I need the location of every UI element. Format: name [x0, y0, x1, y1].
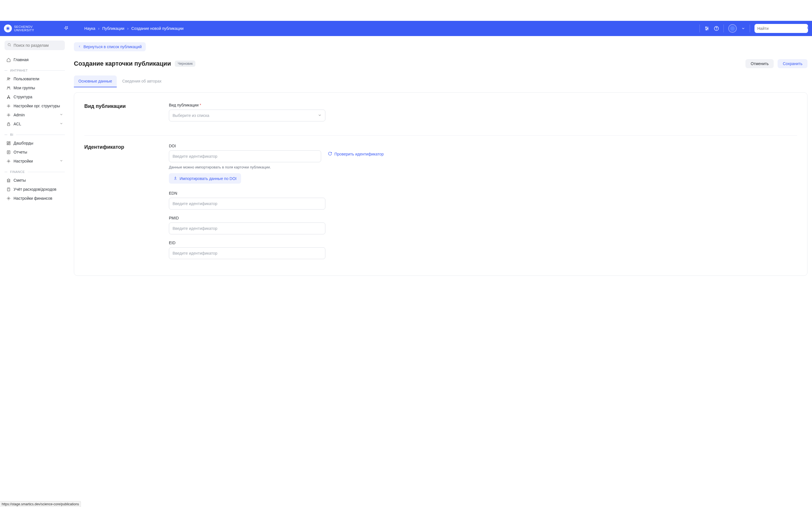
- group-icon: [6, 86, 11, 90]
- divider: [700, 24, 700, 33]
- sidebar-item-label: Сметы: [13, 178, 26, 182]
- sidebar-item[interactable]: Структура: [4, 93, 65, 101]
- form-card: Вид публикации Вид публикации * Выберите…: [74, 93, 808, 276]
- home-icon: [6, 58, 11, 62]
- app-header: SECHENOV UNIVERSITY Наука › Публикации ›…: [0, 21, 812, 36]
- chevron-right-icon: ›: [127, 26, 129, 31]
- status-bar-url: https://stage.smartics.dev/science-core/…: [0, 501, 81, 507]
- lock-icon: [6, 122, 11, 126]
- search-icon: [7, 43, 11, 48]
- svg-point-3: [707, 28, 708, 29]
- global-search-input[interactable]: [757, 26, 807, 31]
- svg-point-10: [9, 78, 10, 79]
- tab-authors[interactable]: Сведения об авторах: [118, 75, 166, 87]
- page-title: Создание карточки публикации: [74, 60, 171, 67]
- svg-rect-25: [7, 187, 10, 191]
- sidebar: Главная ИНТРАНЕТПользователиМои группыСт…: [0, 36, 69, 507]
- chevron-left-icon: [78, 45, 81, 49]
- sidebar-section-header: BI: [4, 133, 65, 136]
- breadcrumb-link[interactable]: Наука: [84, 26, 95, 31]
- pmid-label: PMID: [169, 216, 392, 220]
- doi-input[interactable]: [172, 154, 317, 159]
- sidebar-item-label: Настройки орг. структуры: [13, 104, 60, 108]
- svg-point-13: [8, 95, 9, 96]
- sidebar-item[interactable]: Отчеты: [4, 148, 65, 157]
- report-icon: [6, 150, 11, 154]
- doi-label: DOI: [169, 144, 321, 148]
- back-button[interactable]: Вернуться в список публикаций: [74, 42, 146, 51]
- logo-text: SECHENOV UNIVERSITY: [14, 25, 34, 32]
- svg-point-15: [9, 98, 10, 99]
- sidebar-item[interactable]: Настройки орг. структуры: [4, 101, 65, 110]
- sidebar-item-label: Admin: [13, 113, 25, 117]
- edn-input[interactable]: [172, 202, 322, 206]
- save-button[interactable]: Сохранить: [777, 59, 808, 68]
- tab-main-data[interactable]: Основные данные: [74, 75, 117, 87]
- sidebar-item-label: Мои группы: [13, 86, 35, 90]
- chevron-down-icon[interactable]: [741, 26, 745, 31]
- search-icon[interactable]: [807, 25, 811, 31]
- svg-point-9: [7, 77, 9, 79]
- doi-input-wrap: [169, 151, 321, 162]
- sidebar-item[interactable]: Настройки финансов: [4, 194, 65, 203]
- status-badge: Черновик: [175, 61, 195, 67]
- svg-point-14: [7, 98, 8, 99]
- type-field-label: Вид публикации *: [169, 103, 392, 107]
- svg-point-24: [8, 161, 9, 162]
- help-icon[interactable]: [714, 26, 719, 31]
- main-content: Вернуться в список публикаций Создание к…: [69, 36, 812, 507]
- sidebar-search[interactable]: [4, 41, 65, 50]
- sidebar-item[interactable]: Учёт расходов/доходов: [4, 185, 65, 194]
- sitemap-icon: [6, 95, 11, 99]
- sidebar-item-label: Настройки финансов: [13, 196, 52, 201]
- sidebar-item[interactable]: Admin: [4, 110, 65, 119]
- sidebar-item[interactable]: Пользователи: [4, 74, 65, 83]
- gear-icon: [6, 113, 11, 117]
- global-search[interactable]: [755, 24, 808, 33]
- sidebar-item-home[interactable]: Главная: [4, 55, 65, 64]
- divider: [723, 24, 724, 33]
- sidebar-search-input[interactable]: [13, 43, 63, 48]
- breadcrumb-current: Создание новой публикации: [132, 26, 184, 31]
- svg-point-7: [808, 26, 810, 29]
- tabs: Основные данные Сведения об авторах: [74, 75, 808, 87]
- sidebar-item[interactable]: Сметы: [4, 176, 65, 185]
- gear-icon: [6, 104, 11, 108]
- sidebar-section-header: FINANCE: [4, 170, 65, 173]
- sidebar-item[interactable]: Настройки: [4, 157, 65, 166]
- svg-point-17: [8, 114, 9, 115]
- sidebar-item-label: Структура: [13, 95, 32, 99]
- refresh-icon: [328, 152, 332, 157]
- svg-point-6: [716, 29, 717, 30]
- publication-type-select[interactable]: Выберите из списка: [169, 110, 325, 121]
- sidebar-item[interactable]: ACL: [4, 119, 65, 128]
- svg-point-2: [706, 27, 707, 27]
- svg-point-16: [8, 105, 9, 107]
- sidebar-item-label: Учёт расходов/доходов: [13, 187, 56, 191]
- cancel-button[interactable]: Отменить: [746, 59, 774, 68]
- import-doi-button[interactable]: Импортировать данные по DOI: [169, 173, 241, 184]
- svg-point-11: [7, 87, 8, 88]
- breadcrumb-link[interactable]: Публикации: [102, 26, 124, 31]
- logo[interactable]: SECHENOV UNIVERSITY: [4, 24, 34, 33]
- svg-rect-19: [7, 142, 8, 143]
- logo-icon: [4, 24, 12, 33]
- eid-label: EID: [169, 240, 392, 245]
- pmid-input[interactable]: [172, 226, 322, 231]
- chevron-down-icon: [318, 113, 322, 118]
- avatar[interactable]: [728, 24, 737, 33]
- sidebar-section-header: ИНТРАНЕТ: [4, 69, 65, 72]
- svg-rect-18: [7, 124, 10, 125]
- users-icon: [6, 77, 11, 81]
- sidebar-item-label: Главная: [13, 57, 29, 62]
- gear-icon: [6, 159, 11, 163]
- svg-point-4: [706, 29, 707, 30]
- sidebar-item[interactable]: Дашборды: [4, 138, 65, 148]
- settings-sliders-icon[interactable]: [704, 26, 709, 31]
- pin-icon[interactable]: [64, 25, 68, 31]
- verify-identifier-link[interactable]: Проверить идентификатор: [328, 152, 384, 157]
- sidebar-item[interactable]: Мои группы: [4, 83, 65, 93]
- eid-input[interactable]: [172, 251, 322, 256]
- svg-point-1: [7, 27, 9, 30]
- svg-rect-20: [9, 142, 10, 142]
